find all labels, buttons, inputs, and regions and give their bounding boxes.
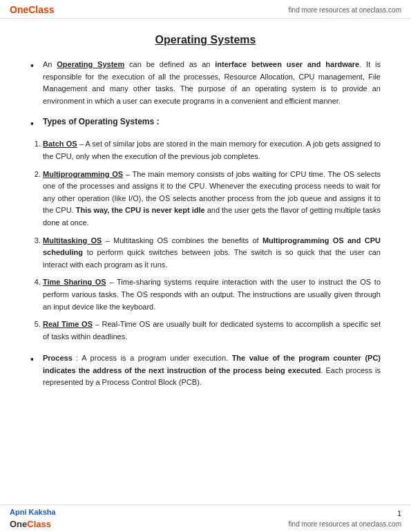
realtime-os-text: Real-Time OS are usually built for dedic… (43, 320, 381, 341)
types-bullet-dot: • (30, 117, 40, 131)
process-bullet-dot: • (30, 352, 40, 367)
process-bullet-item: • Process : A process is a program under… (30, 352, 381, 389)
types-heading-text: Types of Operating Systems (43, 117, 154, 126)
list-item: Time Sharing OS – Time-sharing systems r… (43, 276, 381, 313)
bottom-logo-one: One (10, 519, 27, 529)
intro-text: An Operating System can be defined as an… (43, 59, 381, 107)
multiprog-bold: This way, the CPU is never kept idle (76, 206, 205, 214)
bottom-bar: Apni Kaksha OneClass 1 find more resourc… (0, 504, 411, 532)
types-heading: Types of Operating Systems : (43, 117, 160, 126)
intro-bullet-dot: • (30, 59, 40, 73)
interface-term: interface between user and hardware (215, 60, 359, 68)
realtime-os-dash: – (95, 320, 102, 328)
logo-one: One (10, 4, 28, 15)
batch-os-label: Batch OS (43, 140, 77, 148)
bottom-logo: OneClass (10, 519, 56, 529)
list-item: Real Time OS – Real-Time OS are usually … (43, 319, 381, 343)
top-bar: OneClass find more resources at oneclass… (0, 0, 411, 19)
footer-left-section: Apni Kaksha OneClass (10, 508, 56, 529)
process-text: Process : A process is a program under e… (43, 352, 381, 389)
intro-section: • An Operating System can be defined as … (30, 59, 381, 107)
os-types-list: Batch OS – A set of similar jobs are sto… (43, 138, 381, 343)
types-heading-item: • Types of Operating Systems : (30, 117, 381, 131)
logo-class: Class (28, 4, 54, 15)
os-term: Operating System (57, 60, 124, 68)
multitask-os-dash: – (106, 236, 113, 245)
process-label: Process (43, 354, 73, 362)
bottom-tagline: find more resources at oneclass.com (289, 520, 401, 528)
multitask-os-label: Multitasking OS (43, 236, 102, 245)
timesharing-os-dash: – (109, 278, 117, 286)
top-tagline: find more resources at oneclass.com (289, 6, 401, 14)
timesharing-os-label: Time Sharing OS (43, 278, 106, 286)
process-section: • Process : A process is a program under… (30, 352, 381, 389)
multiprog-os-dash: – (126, 170, 133, 178)
realtime-os-label: Real Time OS (43, 320, 93, 328)
types-heading-wrapper: Types of Operating Systems : (43, 117, 160, 126)
intro-bullet-item: • An Operating System can be defined as … (30, 59, 381, 107)
bottom-logo-class: Class (27, 519, 51, 529)
list-item: Batch OS – A set of similar jobs are sto… (43, 138, 381, 162)
footer-page-number: 1 (397, 509, 401, 517)
list-item: Multiprogramming OS – The main memory co… (43, 169, 381, 229)
batch-os-text: A set of similar jobs are stored in the … (43, 140, 381, 160)
logo: OneClass (10, 4, 55, 15)
list-item: Multitasking OS – Multitasking OS combin… (43, 235, 381, 272)
page-title: Operating Systems (30, 34, 381, 46)
main-content: Operating Systems • An Operating System … (0, 19, 411, 433)
process-colon: : A process is a program under execution… (73, 354, 232, 362)
footer-apni-kaksha: Apni Kaksha (10, 508, 56, 516)
multiprog-os-label: Multiprogramming OS (43, 170, 123, 178)
types-section: • Types of Operating Systems : Batch OS … (30, 117, 381, 343)
